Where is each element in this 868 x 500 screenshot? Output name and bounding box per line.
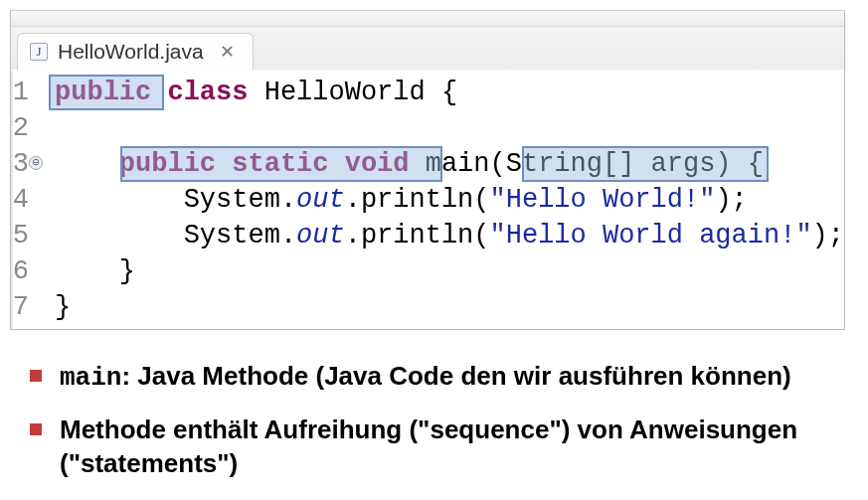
keyword-public: public [55, 78, 151, 107]
code-token: (String[] args) [490, 149, 732, 179]
code-token: { [732, 149, 764, 179]
code-token: ); [715, 185, 747, 215]
code-word: main [60, 363, 121, 393]
file-tab[interactable]: J HelloWorld.java ✕ [17, 33, 254, 71]
code-token [55, 221, 184, 250]
line-number: 5 [13, 218, 29, 253]
line-number: 1 [13, 75, 29, 110]
bullet-text: Methode enthält Aufreihung ("sequence") … [60, 414, 815, 481]
line-number: 4 [13, 182, 29, 218]
code-token: ); [812, 221, 844, 250]
java-file-icon: J [30, 43, 48, 61]
keyword-void: void [345, 149, 410, 179]
code-token [55, 149, 119, 179]
string-literal: "Hello World again!" [490, 221, 812, 250]
bullet-text: main: Java Methode (Java Code den wir au… [60, 360, 791, 396]
code-token: System. [184, 185, 296, 215]
bullet-list: main: Java Methode (Java Code den wir au… [30, 360, 858, 480]
editor-panel: J HelloWorld.java ✕ 1 2 3 ⊖ 4 5 6 7 publ… [10, 10, 845, 330]
list-item: main: Java Methode (Java Code den wir au… [30, 360, 858, 396]
tab-strip: J HelloWorld.java ✕ [11, 27, 844, 71]
code-token [55, 185, 184, 215]
field-out: out [296, 221, 345, 250]
close-icon[interactable]: ✕ [220, 41, 235, 63]
bullet-square-icon [30, 423, 42, 435]
bullet-square-icon [30, 370, 42, 382]
code-area: 1 2 3 ⊖ 4 5 6 7 public class HelloWorld … [11, 71, 844, 330]
code-token: } [55, 292, 71, 322]
keyword-static: static [232, 149, 328, 179]
window-titlebar [11, 11, 844, 27]
keyword-public: public [119, 149, 216, 179]
line-number-text: 3 [13, 149, 29, 179]
list-item: Methode enthält Aufreihung ("sequence") … [30, 414, 858, 481]
code-text[interactable]: public class HelloWorld { public static … [37, 71, 844, 330]
keyword-class: class [167, 78, 248, 107]
code-token: .println( [345, 221, 490, 250]
code-token: .println( [345, 185, 490, 215]
code-token: main [410, 149, 490, 179]
line-number: 6 [13, 253, 29, 289]
line-number-gutter: 1 2 3 ⊖ 4 5 6 7 [13, 71, 37, 330]
string-literal: "Hello World!" [490, 185, 716, 215]
code-token: HelloWorld { [248, 78, 457, 107]
field-out: out [296, 185, 345, 215]
line-number: 7 [13, 289, 29, 325]
text-span: : Java Methode (Java Code den wir ausfüh… [121, 361, 790, 391]
tab-label: HelloWorld.java [58, 40, 204, 64]
code-token: System. [184, 221, 296, 250]
code-token: } [55, 256, 135, 286]
line-number: 2 [13, 110, 29, 146]
line-number: 3 ⊖ [13, 146, 29, 182]
